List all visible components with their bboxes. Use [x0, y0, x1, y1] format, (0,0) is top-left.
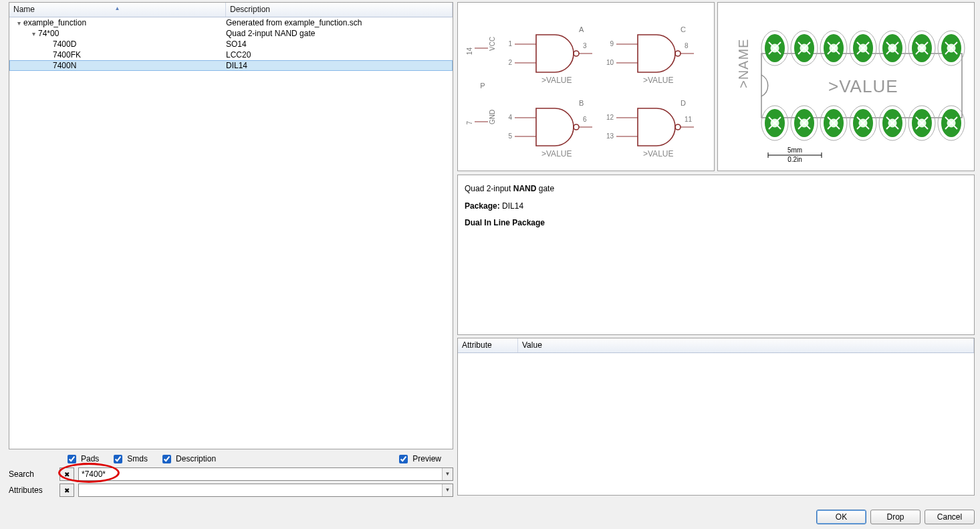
- smds-checkbox[interactable]: Smds: [111, 453, 148, 465]
- svg-text:VCC: VCC: [489, 37, 496, 51]
- svg-text:0.2in: 0.2in: [787, 156, 802, 163]
- svg-point-34: [675, 124, 681, 130]
- search-clear-button[interactable]: ✖: [59, 467, 74, 481]
- tree-row[interactable]: ▾74*00Quad 2-input NAND gate: [9, 28, 453, 39]
- attribute-value-panel: Attribute Value: [457, 338, 975, 496]
- tree-item-name: example_function: [23, 18, 86, 27]
- column-header-attribute-label: Attribute: [462, 340, 492, 350]
- footprint-preview-panel: >NAME>VALUE5mm0.2in: [717, 2, 975, 171]
- description-package: Package: DIL14: [465, 199, 967, 214]
- tree-twisty-icon[interactable]: ▾: [15, 18, 23, 29]
- column-header-description[interactable]: Description: [226, 3, 453, 17]
- svg-point-7: [574, 51, 579, 56]
- svg-text:1: 1: [508, 40, 512, 47]
- search-dropdown-button[interactable]: ▼: [442, 468, 453, 480]
- svg-text:10: 10: [606, 59, 614, 66]
- dialog-buttons: OK Drop Cancel: [816, 510, 975, 524]
- preview-checkbox[interactable]: Preview: [396, 453, 441, 465]
- pads-checkbox-input[interactable]: [68, 455, 76, 463]
- svg-point-16: [675, 51, 681, 56]
- cancel-button[interactable]: Cancel: [925, 510, 975, 524]
- attributes-label: Attributes: [9, 486, 55, 495]
- desc-text: gate: [536, 184, 554, 193]
- svg-text:4: 4: [508, 114, 512, 121]
- clear-icon: ✖: [64, 471, 70, 478]
- description-panel: Quad 2-input NAND gate Package: DIL14 Du…: [457, 175, 975, 335]
- svg-text:2: 2: [508, 59, 512, 66]
- tree-item-description: LCC20: [226, 49, 453, 60]
- svg-text:C: C: [681, 25, 686, 33]
- tree-item-name: 7400N: [53, 61, 76, 70]
- pads-checkbox-label: Pads: [81, 454, 99, 463]
- svg-text:>VALUE: >VALUE: [541, 76, 572, 85]
- package-label: Package:: [465, 201, 500, 211]
- attributes-clear-button[interactable]: ✖: [59, 484, 74, 497]
- description-checkbox[interactable]: Description: [160, 453, 216, 465]
- svg-text:13: 13: [606, 132, 614, 140]
- schematic-symbol-svg: 14VCC7GNDP123A>VALUE9108C>VALUE456B>VALU…: [463, 8, 710, 165]
- svg-text:3: 3: [583, 42, 587, 49]
- column-header-value[interactable]: Value: [518, 338, 974, 352]
- desc-bold: Dual In Line Package: [465, 218, 545, 227]
- attributes-input[interactable]: [78, 484, 453, 497]
- tree-item-description: SO14: [226, 39, 453, 49]
- description-line-1: Quad 2-input NAND gate: [465, 182, 967, 197]
- svg-text:P: P: [480, 82, 485, 90]
- preview-checkbox-input[interactable]: [399, 455, 408, 463]
- column-header-value-label: Value: [522, 340, 542, 350]
- svg-text:14: 14: [466, 47, 473, 56]
- description-line-3: Dual In Line Package: [465, 216, 967, 231]
- svg-text:6: 6: [583, 116, 587, 123]
- attributes-row: Attributes ✖ ▼: [9, 483, 453, 498]
- svg-text:7: 7: [466, 121, 473, 125]
- search-row: Search ✖ ▼: [9, 467, 453, 482]
- tree-item-name: 7400FK: [53, 50, 81, 60]
- tree-row[interactable]: ▾example_functionGenerated from example_…: [9, 17, 453, 28]
- attributes-dropdown-button[interactable]: ▼: [442, 484, 453, 496]
- symbol-preview-panel: 14VCC7GNDP123A>VALUE9108C>VALUE456B>VALU…: [457, 2, 715, 171]
- svg-text:B: B: [579, 99, 584, 107]
- svg-text:>VALUE: >VALUE: [643, 76, 673, 85]
- svg-text:8: 8: [685, 42, 689, 49]
- av-body: [458, 353, 974, 495]
- smds-checkbox-input[interactable]: [114, 455, 122, 463]
- column-header-name-label: Name: [13, 5, 35, 14]
- svg-text:9: 9: [610, 40, 614, 47]
- tree-item-description: Generated from example_function.sch: [226, 17, 453, 28]
- search-combo: ▼: [78, 467, 453, 481]
- column-header-attribute[interactable]: Attribute: [458, 338, 518, 352]
- tree-row[interactable]: 7400FKLCC20: [9, 49, 453, 60]
- svg-text:A: A: [579, 25, 584, 33]
- tree-body[interactable]: ▾example_functionGenerated from example_…: [9, 17, 453, 449]
- column-header-description-label: Description: [230, 5, 270, 14]
- search-input[interactable]: [78, 467, 453, 481]
- tree-twisty-icon[interactable]: ▾: [29, 29, 38, 39]
- svg-text:>VALUE: >VALUE: [828, 76, 898, 96]
- av-header: Attribute Value: [458, 338, 974, 353]
- svg-text:12: 12: [606, 114, 614, 121]
- tree-item-description: Quad 2-input NAND gate: [226, 28, 453, 39]
- desc-text: Quad 2-input: [465, 184, 513, 193]
- tree-item-description: DIL14: [226, 60, 453, 71]
- column-header-name[interactable]: Name ▲: [9, 3, 226, 17]
- desc-bold: NAND: [513, 184, 537, 193]
- ok-button[interactable]: OK: [816, 510, 866, 524]
- svg-text:>NAME: >NAME: [736, 39, 751, 88]
- filter-row: Pads Smds Description Preview: [9, 452, 453, 465]
- pads-checkbox[interactable]: Pads: [65, 453, 99, 465]
- chevron-down-icon: ▼: [445, 487, 451, 493]
- preview-checkbox-label: Preview: [412, 454, 441, 463]
- tree-header: Name ▲ Description: [9, 3, 453, 17]
- tree-row[interactable]: 7400NDIL14: [9, 60, 453, 71]
- footprint-svg: >NAME>VALUE5mm0.2in: [723, 8, 970, 165]
- smds-checkbox-label: Smds: [127, 454, 148, 463]
- svg-point-25: [574, 124, 579, 130]
- parts-tree-panel: Name ▲ Description ▾example_functionGene…: [9, 2, 453, 449]
- drop-button[interactable]: Drop: [870, 510, 921, 524]
- svg-text:D: D: [681, 99, 686, 107]
- description-checkbox-input[interactable]: [162, 455, 171, 463]
- tree-row[interactable]: 7400DSO14: [9, 39, 453, 49]
- search-label: Search: [9, 469, 55, 479]
- svg-text:5: 5: [508, 132, 512, 140]
- svg-text:>VALUE: >VALUE: [643, 149, 673, 158]
